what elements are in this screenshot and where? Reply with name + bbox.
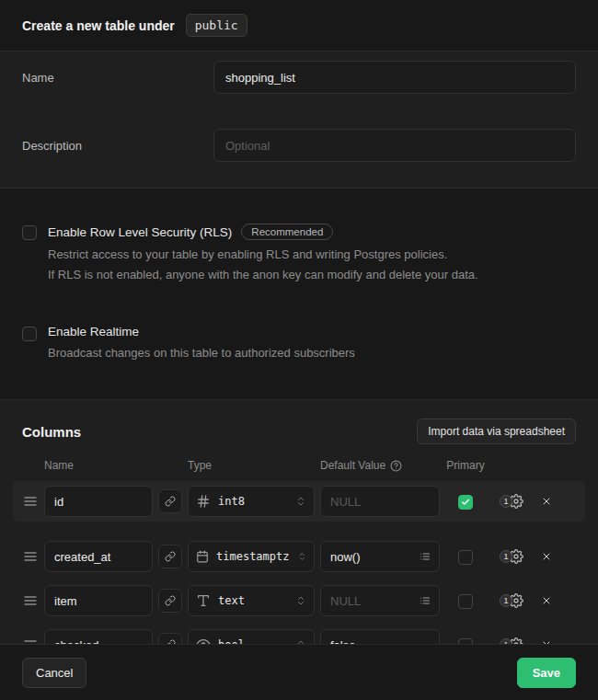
help-icon[interactable] — [390, 460, 402, 472]
default-value-cell — [320, 486, 440, 517]
remove-column-button[interactable] — [537, 496, 556, 507]
column-type-select[interactable]: bool — [188, 629, 315, 644]
panel-footer: Cancel Save — [0, 644, 598, 700]
chevrons-up-down-icon — [295, 595, 306, 606]
table-name-input[interactable] — [213, 61, 576, 94]
column-type-select[interactable]: int8 — [188, 486, 315, 517]
x-icon — [541, 551, 552, 562]
drag-handle[interactable] — [22, 637, 39, 644]
drag-handle-icon — [23, 637, 38, 644]
foreign-key-button[interactable] — [158, 489, 182, 513]
rls-description-2: If RLS is not enabled, anyone with the a… — [48, 266, 478, 284]
column-header-primary: Primary — [445, 459, 486, 472]
description-label: Description — [22, 139, 213, 153]
column-settings-button[interactable]: 1 — [491, 494, 532, 509]
primary-checkbox[interactable] — [458, 495, 473, 510]
rls-label: Enable Row Level Security (RLS) — [48, 225, 232, 239]
column-type-select[interactable]: text — [188, 585, 315, 616]
toggles-section: Enable Row Level Security (RLS) Recommen… — [0, 189, 598, 400]
column-name-input[interactable] — [44, 629, 153, 644]
column-name-input[interactable] — [44, 585, 153, 616]
column-settings-button[interactable]: 1 — [491, 549, 532, 564]
link-icon — [165, 496, 176, 507]
realtime-checkbox[interactable] — [22, 327, 37, 341]
table-info-section: Name Description — [0, 52, 598, 189]
realtime-toggle-block: Enable Realtime Broadcast changes on thi… — [22, 325, 576, 362]
default-suggestions-button[interactable] — [415, 591, 435, 611]
description-field-row: Description — [22, 129, 576, 162]
x-icon — [541, 496, 552, 507]
column-rows: int8 1 timestam — [0, 481, 598, 644]
column-type-select[interactable]: timestamptz — [188, 541, 315, 572]
columns-grid-header: Name Type Default Value Primary — [0, 459, 598, 472]
primary-checkbox[interactable] — [458, 594, 473, 609]
rls-description-1: Restrict access to your table by enablin… — [48, 246, 478, 264]
drag-handle[interactable] — [22, 494, 39, 509]
save-button[interactable]: Save — [517, 658, 576, 688]
list-icon — [420, 595, 431, 606]
column-row: text 1 — [13, 580, 585, 621]
columns-title: Columns — [22, 424, 81, 440]
panel-header: Create a new table under public — [0, 0, 598, 52]
column-header-default-value: Default Value — [320, 459, 385, 472]
foreign-key-button[interactable] — [158, 545, 182, 568]
name-field-row: Name — [22, 61, 576, 94]
default-value-cell — [320, 585, 440, 616]
foreign-key-button[interactable] — [158, 589, 182, 613]
create-table-panel: Create a new table under public Name Des… — [0, 0, 598, 700]
schema-badge: public — [186, 14, 247, 37]
drag-handle-icon — [23, 549, 38, 564]
column-row: timestamptz 1 — [13, 536, 585, 577]
page-title: Create a new table under — [22, 18, 175, 33]
calendar-icon — [196, 549, 209, 564]
drag-handle[interactable] — [22, 593, 39, 608]
column-type-label: timestamptz — [216, 550, 289, 563]
recommended-badge: Recommended — [241, 224, 333, 240]
drag-handle[interactable] — [22, 549, 39, 564]
realtime-label: Enable Realtime — [48, 325, 139, 339]
column-settings-button[interactable]: 1 — [491, 637, 532, 644]
hash-icon — [196, 494, 211, 509]
column-name-input[interactable] — [44, 486, 153, 517]
rls-checkbox[interactable] — [22, 225, 37, 240]
foreign-key-button[interactable] — [158, 633, 182, 644]
column-row: int8 1 — [13, 481, 585, 522]
chevrons-up-down-icon — [297, 551, 307, 562]
columns-section: Columns Import data via spreadsheet Name… — [0, 400, 598, 644]
x-icon — [541, 595, 552, 606]
check-icon — [461, 498, 470, 507]
column-settings-button[interactable]: 1 — [491, 593, 532, 608]
realtime-text: Enable Realtime Broadcast changes on thi… — [48, 325, 355, 362]
text-icon — [196, 593, 211, 608]
settings-count-badge: 1 — [500, 638, 512, 644]
import-spreadsheet-button[interactable]: Import data via spreadsheet — [417, 419, 576, 444]
link-icon — [165, 595, 176, 606]
table-description-input[interactable] — [213, 129, 576, 162]
remove-column-button[interactable] — [537, 551, 556, 562]
eye-icon — [196, 637, 211, 644]
chevrons-up-down-icon — [295, 496, 306, 507]
name-label: Name — [22, 71, 213, 85]
column-type-label: text — [218, 594, 245, 607]
default-value-cell — [320, 541, 440, 572]
remove-column-button[interactable] — [537, 595, 556, 606]
default-value-input[interactable] — [320, 486, 440, 517]
default-value-input[interactable] — [320, 629, 440, 644]
column-type-label: int8 — [218, 495, 245, 508]
drag-handle-icon — [23, 593, 38, 608]
drag-handle-icon — [23, 494, 38, 509]
default-value-cell — [320, 629, 440, 644]
column-row: bool 1 — [13, 625, 585, 644]
column-header-name: Name — [44, 459, 153, 472]
realtime-description: Broadcast changes on this table to autho… — [48, 344, 355, 362]
primary-checkbox[interactable] — [458, 550, 473, 565]
column-header-type: Type — [188, 459, 315, 472]
rls-text: Enable Row Level Security (RLS) Recommen… — [48, 224, 478, 284]
link-icon — [165, 551, 176, 562]
rls-toggle-block: Enable Row Level Security (RLS) Recommen… — [22, 224, 576, 284]
cancel-button[interactable]: Cancel — [22, 658, 86, 688]
default-suggestions-button[interactable] — [415, 546, 435, 567]
column-name-input[interactable] — [44, 541, 153, 572]
list-icon — [420, 551, 431, 562]
